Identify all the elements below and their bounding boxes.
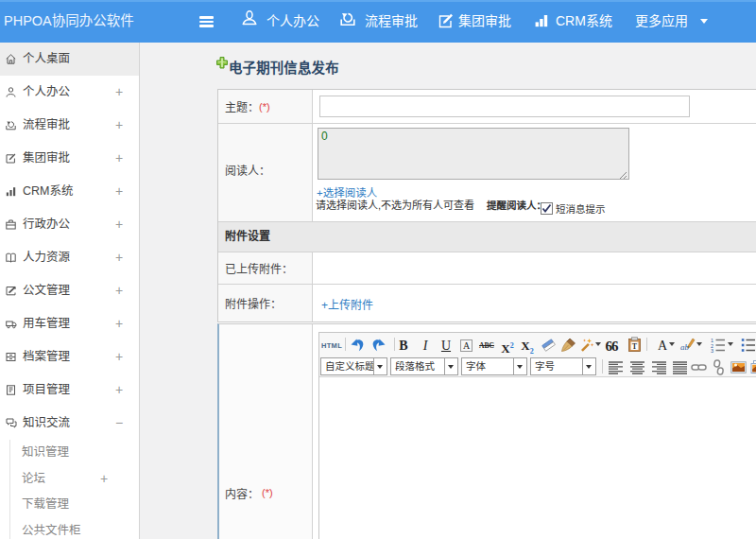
svg-text:ab: ab <box>680 342 690 352</box>
svg-text:3: 3 <box>711 348 713 354</box>
svg-text:T: T <box>632 342 638 351</box>
